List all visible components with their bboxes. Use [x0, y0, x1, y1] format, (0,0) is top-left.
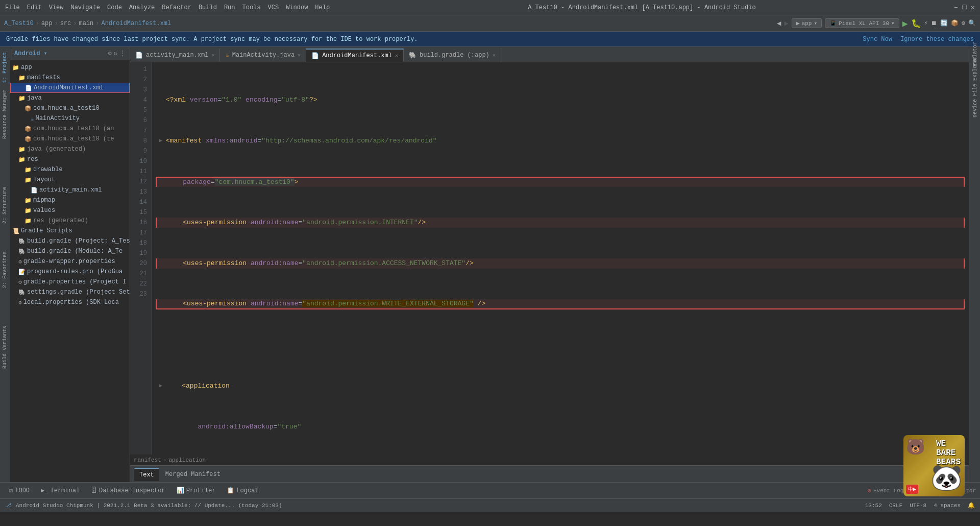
menu-navigate[interactable]: Navigate [70, 4, 100, 11]
tool-tab-database-inspector[interactable]: 🗄 Database Inspector [86, 484, 170, 497]
sync-icon[interactable]: ↻ [114, 50, 117, 57]
tree-item-gradle-wrapper[interactable]: ⚙ gradle-wrapper.properties [10, 256, 130, 267]
git-icon: ⎇ [5, 502, 12, 509]
menu-window[interactable]: Window [286, 4, 308, 11]
tree-item-proguard[interactable]: 📝 proguard-rules.pro (ProGua [10, 267, 130, 277]
code-editor[interactable]: 12345 678910 1112131415 1617181920 21222… [130, 62, 969, 455]
window-controls[interactable]: – □ ✕ [954, 3, 975, 12]
stop-button[interactable]: ⏹ [931, 19, 937, 27]
tab-close-icon[interactable]: ✕ [395, 53, 398, 59]
notifications-icon[interactable]: 🔔 [968, 502, 975, 509]
breadcrumb-manifest[interactable]: manifest [134, 457, 161, 463]
breadcrumb-src[interactable]: src [60, 20, 71, 27]
build-variants-tab[interactable]: Build Variants [1, 323, 9, 372]
tree-item-values[interactable]: 📁 values [10, 205, 130, 216]
cog-icon[interactable]: ⚙ [108, 50, 112, 57]
close-button[interactable]: ✕ [971, 3, 975, 12]
device-selector[interactable]: 📱 Pixel XL API 30 ▾ [825, 18, 899, 28]
tree-item-build-gradle-module[interactable]: 🐘 build.gradle (Module: A_Te [10, 246, 130, 256]
tab-mainactivity-java[interactable]: ☕ MainActivity.java ✕ [220, 49, 306, 62]
layout-inspector-btn[interactable]: 🔍 Layout Inspector [913, 487, 976, 494]
tree-item-layout[interactable]: 📁 layout [10, 175, 130, 185]
breadcrumb-file[interactable]: AndroidManifest.xml [101, 20, 171, 27]
back-button[interactable]: ◀ [777, 19, 781, 28]
sync-now-link[interactable]: Sync Now [863, 36, 892, 43]
menu-edit[interactable]: Edit [27, 4, 42, 11]
resource-manager-tab[interactable]: Resource Manager [1, 87, 9, 142]
folder-icon: 📁 [18, 146, 26, 153]
tab-close-icon[interactable]: ✕ [298, 52, 301, 58]
tree-item-res-gen[interactable]: 📁 res (generated) [10, 216, 130, 226]
attach-debugger-button[interactable]: ⚡ [924, 19, 928, 27]
tab-close-icon[interactable]: ✕ [211, 52, 214, 58]
panel-header-icons[interactable]: ⚙ ↻ ⋮ [108, 50, 126, 57]
menu-view[interactable]: View [49, 4, 64, 11]
gear-icon[interactable]: ⋮ [119, 50, 126, 57]
minimize-button[interactable]: – [954, 3, 958, 12]
tree-item-res[interactable]: 📁 res [10, 154, 130, 164]
tree-item-local-props[interactable]: ⚙ local.properties (SDK Loca [10, 297, 130, 307]
tree-item-gradle-scripts[interactable]: 📜 Gradle Scripts [10, 226, 130, 236]
breadcrumb-app[interactable]: app [41, 20, 53, 27]
tool-tab-logcat[interactable]: 📋 Logcat [222, 484, 263, 497]
tab-merged-manifest[interactable]: Merged Manifest [160, 468, 226, 481]
tree-item-gradle-props[interactable]: ⚙ gradle.properties (Project I [10, 277, 130, 287]
tree-item-manifest-xml[interactable]: 📄 AndroidManifest.xml [10, 83, 130, 93]
menu-build[interactable]: Build [199, 4, 217, 11]
menu-bar[interactable]: File Edit View Navigate Code Analyze Ref… [5, 4, 330, 11]
favorites-tab[interactable]: 2: Favorites [1, 248, 9, 291]
editor-bottom-tabs: Text Merged Manifest [130, 466, 969, 482]
tool-tab-todo[interactable]: ☑ TODO [4, 484, 35, 497]
tree-item-drawable[interactable]: 📁 drawable [10, 164, 130, 175]
tab-text[interactable]: Text [134, 468, 159, 481]
tab-androidmanifest-xml[interactable]: 📄 AndroidManifest.xml ✕ [306, 49, 404, 62]
breadcrumb-application[interactable]: application [168, 457, 206, 463]
breadcrumb-main[interactable]: main [79, 20, 93, 27]
menu-run[interactable]: Run [224, 4, 235, 11]
menu-refactor[interactable]: Refactor [162, 4, 191, 11]
tree-item-java-gen[interactable]: 📁 java (generated) [10, 144, 130, 154]
structure-tab[interactable]: 2: Structure [1, 184, 9, 227]
tree-item-build-gradle-project[interactable]: 🐘 build.gradle (Project: A_Tes [10, 236, 130, 246]
menu-analyze[interactable]: Analyze [129, 4, 155, 11]
tree-item-settings-gradle[interactable]: 🐘 settings.gradle (Project Set [10, 287, 130, 297]
tree-item-package1[interactable]: 📦 com.hnucm.a_test10 [10, 103, 130, 113]
tool-tab-profiler[interactable]: 📊 Profiler [172, 484, 221, 497]
search-everywhere-button[interactable]: 🔍 [968, 19, 976, 27]
tool-tab-terminal[interactable]: ▶_ Terminal [36, 484, 85, 497]
menu-help[interactable]: Help [315, 4, 330, 11]
android-dropdown[interactable]: Android ▾ [14, 50, 47, 57]
run-config-selector[interactable]: ▶ app ▾ [792, 18, 822, 28]
menu-code[interactable]: Code [107, 4, 122, 11]
tree-item-manifests[interactable]: 📁 manifests [10, 73, 130, 83]
menu-tools[interactable]: Tools [242, 4, 261, 11]
sync-button[interactable]: 🔄 [940, 19, 948, 27]
tree-item-package3[interactable]: 📦 com.hnucm.a_test10 (te [10, 134, 130, 144]
device-file-explorer-tab[interactable]: Device File Explorer [970, 82, 980, 92]
code-content[interactable]: <?xml version="1.0" encoding="utf-8"?> ▶… [152, 62, 969, 455]
chevron-down-icon: ▾ [814, 20, 817, 27]
run-button[interactable]: ▶ [902, 18, 908, 29]
tree-item-package2[interactable]: 📦 com.hnucm.a_test10 (an [10, 124, 130, 134]
menu-file[interactable]: File [5, 4, 20, 11]
gradle-actions[interactable]: Sync Now Ignore these changes [863, 36, 974, 43]
tree-item-mipmap[interactable]: 📁 mipmap [10, 195, 130, 205]
tree-item-java[interactable]: 📁 java [10, 93, 130, 103]
project-tool-tab[interactable]: 1: Project [1, 49, 9, 86]
tab-activity-main-xml[interactable]: 📄 activity_main.xml ✕ [130, 49, 220, 62]
forward-button[interactable]: ▶ [785, 19, 789, 28]
tab-build-gradle-app[interactable]: 🐘 build.gradle (:app) ✕ [404, 49, 501, 62]
tree-item-activity-main[interactable]: 📄 activity_main.xml [10, 185, 130, 195]
project-tree[interactable]: 📁 app 📁 manifests 📄 AndroidManifest.xml … [10, 60, 130, 482]
error-count[interactable]: ⊘ Event Log [868, 487, 903, 494]
breadcrumb-project[interactable]: A_Test10 [4, 20, 34, 27]
debug-button[interactable]: 🐛 [911, 18, 921, 29]
sdk-manager-button[interactable]: ⚙ [962, 19, 965, 27]
tree-item-app[interactable]: 📁 app [10, 62, 130, 73]
avd-manager-button[interactable]: 📦 [951, 19, 959, 27]
tab-close-icon[interactable]: ✕ [493, 52, 496, 58]
tree-item-mainactivity[interactable]: ☕ MainActivity [10, 113, 130, 124]
ignore-changes-link[interactable]: Ignore these changes [900, 36, 974, 43]
menu-vcs[interactable]: VCS [268, 4, 279, 11]
maximize-button[interactable]: □ [962, 3, 966, 12]
